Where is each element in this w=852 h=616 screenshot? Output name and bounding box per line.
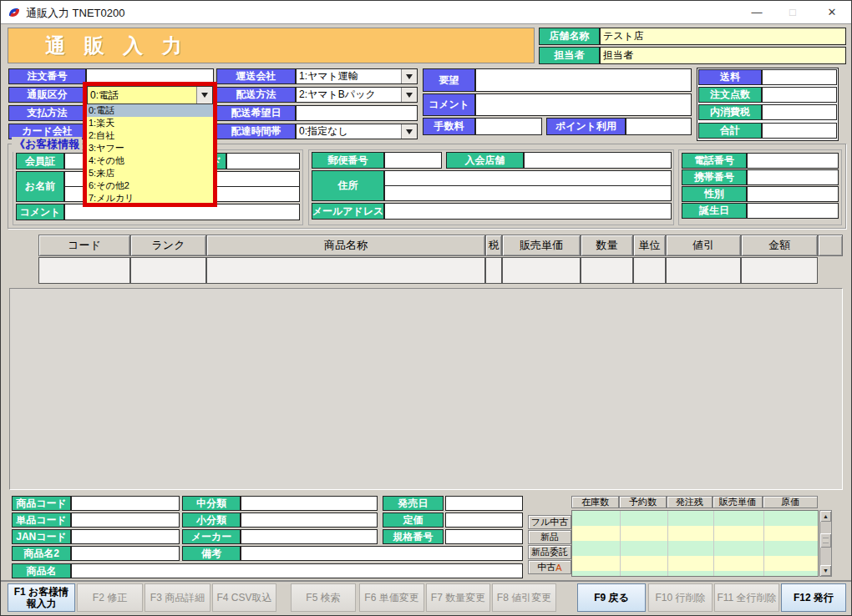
app-icon (8, 6, 21, 19)
ship-method-dropdown-button[interactable] (401, 88, 417, 102)
dropdown-option-other2[interactable]: 6:その他2 (87, 179, 213, 192)
ship-date-field[interactable] (296, 105, 418, 121)
inner-tax-field[interactable] (762, 104, 837, 120)
address-field-1[interactable] (384, 170, 672, 186)
zip-field[interactable] (384, 152, 442, 169)
jan-code-field[interactable] (71, 529, 180, 544)
item-name2-field[interactable] (71, 546, 180, 561)
request-label: 要望 (423, 68, 475, 92)
dropdown-option-visit[interactable]: 5:来店 (87, 167, 213, 179)
f5-search-button[interactable]: F5 検索 (291, 583, 356, 612)
mid-class-field[interactable] (241, 496, 378, 511)
stock-grid-divider (763, 511, 764, 576)
item-name2-label: 商品名2 (12, 546, 71, 561)
shipping-label: 送料 (698, 69, 762, 85)
stock-grid-row (572, 511, 818, 526)
product-row-cell[interactable] (581, 257, 633, 284)
payment-label: 支払方法 (8, 105, 86, 121)
product-row-cell[interactable] (130, 257, 206, 284)
unit-code-field[interactable] (71, 512, 180, 528)
spec-no-field[interactable] (445, 529, 523, 544)
stock-grid-row (572, 526, 818, 541)
join-store-label: 入会店舗 (446, 152, 524, 169)
stock-row-label-used-a: 中古A (528, 560, 571, 574)
time-slot-combobox[interactable]: 0:指定なし (296, 124, 418, 139)
dropdown-option-rakuten[interactable]: 1:楽天 (87, 117, 213, 129)
list-price-field[interactable] (445, 512, 523, 528)
product-row-cell[interactable] (502, 257, 581, 284)
dropdown-option-phone[interactable]: 0:電話 (87, 104, 213, 117)
stock-scrollbar[interactable]: ▲ ▼ (819, 510, 832, 577)
dropdown-option-mercari[interactable]: 7:メルカリ (87, 192, 213, 204)
carrier-combobox[interactable]: 1:ヤマト運輸 (296, 68, 418, 84)
total-field[interactable] (762, 123, 837, 139)
mobile-field[interactable] (747, 169, 839, 185)
release-date-field[interactable] (445, 496, 523, 511)
product-row-cell[interactable] (206, 257, 485, 284)
stock-row-label-used-a-accent: A (555, 563, 561, 573)
scroll-up-icon[interactable]: ▲ (820, 511, 831, 522)
f8-discount-change-button[interactable]: F8 値引変更 (492, 583, 556, 612)
item-name-field[interactable] (71, 563, 523, 578)
close-button[interactable]: ✕ (818, 3, 846, 21)
product-row-cell[interactable] (666, 257, 741, 284)
dropdown-option-own-company[interactable]: 2:自社 (87, 129, 213, 142)
f11-all-row-delete-button[interactable]: F11 全行削除 (714, 583, 779, 612)
chevron-down-icon (406, 74, 413, 79)
phone-field[interactable] (747, 153, 839, 169)
comment-field[interactable] (475, 93, 692, 116)
f1-customer-entry-button[interactable]: F1 お客様情報入力 (8, 583, 75, 612)
ship-method-value: 2:ヤマトBパック (297, 88, 401, 102)
address-field-2[interactable] (384, 185, 672, 201)
gender-field[interactable] (747, 186, 839, 202)
product-row-cell[interactable] (38, 257, 130, 284)
maker-field[interactable] (241, 529, 378, 544)
f2-edit-button[interactable]: F2 修正 (77, 583, 143, 612)
member-card-label: 会員証 (16, 153, 64, 169)
gender-label: 性別 (682, 186, 747, 202)
carrier-dropdown-button[interactable] (401, 69, 417, 83)
birthday-field[interactable] (747, 203, 839, 219)
request-field[interactable] (475, 68, 692, 92)
fee-field[interactable] (475, 118, 542, 135)
channel-combobox[interactable]: 0:電話 (87, 86, 213, 104)
f7-qty-change-button[interactable]: F7 数量変更 (426, 583, 490, 612)
item-count-field[interactable] (762, 87, 837, 103)
sub-class-field[interactable] (241, 512, 378, 528)
maximize-button[interactable]: □ (780, 3, 805, 21)
email-field[interactable] (384, 203, 672, 220)
note-field[interactable] (241, 546, 523, 561)
product-row-cell[interactable] (633, 257, 666, 284)
store-name-field[interactable]: テスト店 (600, 28, 846, 45)
dropdown-option-yahoo[interactable]: 3:ヤフー (87, 142, 213, 154)
shipping-field[interactable] (762, 69, 837, 85)
minimize-button[interactable]: — (744, 3, 769, 21)
f4-csv-import-button[interactable]: F4 CSV取込 (212, 583, 276, 612)
product-row-cell[interactable] (741, 257, 818, 284)
product-row-cell[interactable] (485, 257, 502, 284)
chevron-down-icon (406, 129, 413, 134)
stock-grid-row (572, 556, 818, 571)
stock-row-label-used-a-text: 中古 (537, 561, 555, 573)
channel-dropdown-button[interactable] (196, 87, 212, 104)
stock-grid-divider (713, 511, 714, 576)
f10-row-delete-button[interactable]: F10 行削除 (648, 583, 713, 612)
points-field[interactable] (626, 118, 692, 135)
scrollbar-thumb[interactable] (820, 533, 831, 548)
item-code-field[interactable] (71, 496, 180, 511)
f9-back-button[interactable]: F9 戻る (577, 583, 646, 612)
channel-label: 通販区分 (8, 87, 86, 103)
join-store-field[interactable] (524, 152, 672, 169)
f6-price-change-button[interactable]: F6 単価変更 (359, 583, 424, 612)
dropdown-option-other[interactable]: 4:その他 (87, 154, 213, 167)
scroll-down-icon[interactable]: ▼ (820, 565, 831, 576)
ship-method-combobox[interactable]: 2:ヤマトBパック (296, 87, 418, 103)
f3-item-detail-button[interactable]: F3 商品詳細 (145, 583, 210, 612)
staff-field[interactable]: 担当者 (600, 47, 846, 64)
member-card2-field[interactable] (226, 153, 300, 169)
time-slot-dropdown-button[interactable] (401, 124, 417, 139)
page-banner: 通 販 入 力 (8, 28, 535, 63)
stock-row-label-new-consign: 新品委託 (528, 545, 571, 559)
f12-issue-button[interactable]: F12 発行 (781, 583, 846, 612)
zip-label: 郵便番号 (312, 152, 384, 169)
